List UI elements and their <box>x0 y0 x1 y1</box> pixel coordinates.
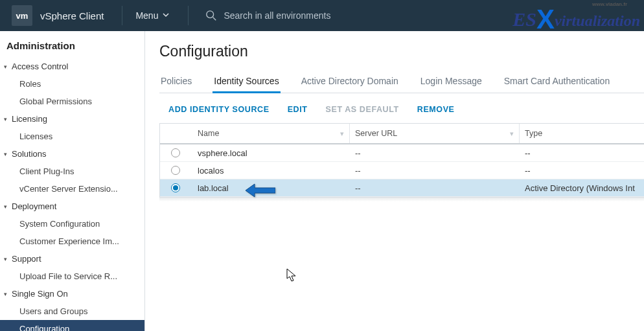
sidebar-item-users-groups[interactable]: Users and Groups <box>0 302 144 320</box>
sidebar-group-sso[interactable]: ▾Single Sign On <box>0 285 144 302</box>
menu-label: Menu <box>135 10 158 21</box>
separator <box>122 6 122 25</box>
cell-name: vsphere.local <box>191 148 350 158</box>
sidebar-item-licenses[interactable]: Licenses <box>0 128 144 145</box>
cell-type: -- <box>520 166 644 176</box>
page-title: Configuration <box>159 43 644 60</box>
cell-name: localos <box>191 166 350 176</box>
search-icon <box>205 10 217 21</box>
sidebar-group-label: Access Control <box>12 62 68 71</box>
caret-down-icon: ▾ <box>4 116 12 122</box>
separator <box>188 6 189 25</box>
table-row[interactable]: localos -- -- <box>160 162 644 179</box>
tab-login-message[interactable]: Login Message <box>419 72 483 93</box>
sidebar-item-system-configuration[interactable]: System Configuration <box>0 215 144 233</box>
watermark-url: www.vladan.fr <box>592 1 627 7</box>
sidebar-group-solutions[interactable]: ▾Solutions <box>0 145 144 163</box>
th-select <box>160 124 191 143</box>
tab-ad-domain[interactable]: Active Directory Domain <box>300 72 400 93</box>
row-radio[interactable] <box>171 166 180 175</box>
sidebar-item-global-permissions[interactable]: Global Permissions <box>0 93 144 110</box>
tab-policies[interactable]: Policies <box>159 72 193 93</box>
sidebar-group-label: Deployment <box>12 201 56 211</box>
sidebar-root: Administration <box>0 38 144 58</box>
svg-point-0 <box>207 11 214 18</box>
add-identity-source-button[interactable]: ADD IDENTITY SOURCE <box>168 105 270 114</box>
tab-identity-sources[interactable]: Identity Sources <box>213 72 280 93</box>
watermark-es: ES <box>512 8 536 30</box>
cell-url: -- <box>350 166 520 176</box>
row-radio[interactable] <box>171 148 180 157</box>
sidebar-group-licensing[interactable]: ▾Licensing <box>0 110 144 128</box>
sidebar-group-deployment[interactable]: ▾Deployment <box>0 198 144 215</box>
sidebar-group-access-control[interactable]: ▾Access Control <box>0 58 144 75</box>
search-placeholder: Search in all environments <box>224 10 330 21</box>
cell-url: -- <box>350 183 520 193</box>
sidebar-group-label: Solutions <box>12 149 46 159</box>
cell-name: lab.local <box>191 183 350 193</box>
th-name[interactable]: Name ▾ <box>191 124 350 143</box>
caret-down-icon: ▾ <box>4 151 12 157</box>
th-url-label: Server URL <box>355 129 397 138</box>
menu-dropdown[interactable]: Menu <box>135 10 170 21</box>
cell-url: -- <box>350 148 520 158</box>
th-type-label: Type <box>525 129 542 138</box>
sidebar-group-label: Support <box>12 254 41 264</box>
sidebar-group-label: Single Sign On <box>12 289 68 299</box>
set-default-button: SET AS DEFAULT <box>326 105 399 114</box>
filter-icon[interactable]: ▾ <box>510 130 514 138</box>
tab-smart-card[interactable]: Smart Card Authentication <box>503 72 611 93</box>
sidebar-item-client-plugins[interactable]: Client Plug-Ins <box>0 163 144 180</box>
sidebar-item-roles[interactable]: Roles <box>0 75 144 93</box>
remove-button[interactable]: REMOVE <box>417 105 455 114</box>
th-url[interactable]: Server URL ▾ <box>350 124 520 143</box>
caret-down-icon: ▾ <box>4 291 12 297</box>
table-row[interactable]: lab.local -- Active Directory (Windows I… <box>160 179 644 197</box>
main-content: Configuration Policies Identity Sources … <box>145 31 644 331</box>
sidebar: Administration ▾Access Control Roles Glo… <box>0 31 145 331</box>
cell-type: -- <box>520 148 644 158</box>
action-bar: ADD IDENTITY SOURCE EDIT SET AS DEFAULT … <box>159 93 644 123</box>
sidebar-item-upload-file[interactable]: Upload File to Service R... <box>0 268 144 285</box>
sidebar-group-support[interactable]: ▾Support <box>0 250 144 268</box>
caret-down-icon: ▾ <box>4 63 12 70</box>
watermark-suffix: virtualization <box>555 12 640 29</box>
caret-down-icon: ▾ <box>4 256 12 262</box>
th-type[interactable]: Type <box>520 124 644 143</box>
annotation-arrow-icon <box>246 183 275 200</box>
client-title: vSphere Client <box>40 10 104 21</box>
svg-line-1 <box>213 17 216 21</box>
caret-down-icon: ▾ <box>4 203 12 210</box>
filter-icon[interactable]: ▾ <box>340 130 344 138</box>
sidebar-item-configuration[interactable]: Configuration <box>0 320 144 331</box>
th-name-label: Name <box>198 129 219 138</box>
tab-bar: Policies Identity Sources Active Directo… <box>159 72 644 93</box>
table-shadow <box>159 198 644 201</box>
watermark-x: X <box>536 4 555 35</box>
edit-button[interactable]: EDIT <box>288 105 308 114</box>
vmware-logo: vm <box>12 5 32 26</box>
sidebar-group-label: Licensing <box>12 114 47 124</box>
sidebar-item-vcenter-extensions[interactable]: vCenter Server Extensio... <box>0 180 144 198</box>
table-header: Name ▾ Server URL ▾ Type <box>160 124 644 144</box>
row-radio[interactable] <box>171 183 180 192</box>
table-row[interactable]: vsphere.local -- -- <box>160 144 644 162</box>
cell-type: Active Directory (Windows Int <box>520 183 644 193</box>
chevron-down-icon <box>162 10 170 21</box>
identity-sources-table: Name ▾ Server URL ▾ Type vsphere.local -… <box>159 123 644 198</box>
sidebar-item-ceip[interactable]: Customer Experience Im... <box>0 233 144 250</box>
watermark-logo: www.vladan.fr ESXvirtualization <box>512 1 640 32</box>
